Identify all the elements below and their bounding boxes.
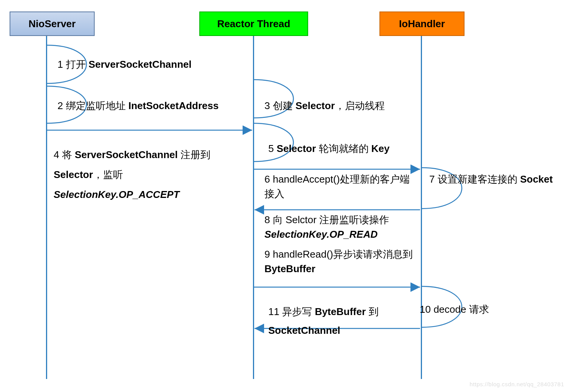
- step-10: 10 decode 请求: [420, 302, 568, 317]
- lifeline-iohandler: [421, 34, 422, 379]
- lane-iohandler: IoHandler: [379, 11, 465, 36]
- lane-nioserver: NioServer: [10, 11, 95, 36]
- step-11: 11 异步写 ByteBuffer 到 SocketChannel: [268, 302, 414, 340]
- lifeline-reactor: [253, 34, 254, 379]
- step-8: 8 向 Selctor 注册监听读操作 SelectionKey.OP_READ: [264, 213, 418, 242]
- step-1: 1 打开 ServerSocketChannel: [57, 57, 192, 72]
- step-6: 6 handleAccept()处理新的客户端接入: [264, 172, 410, 201]
- step-3: 3 创建 Selector，启动线程: [264, 99, 418, 113]
- watermark: https://blog.csdn.net/qq_28403781: [470, 381, 564, 387]
- step-2: 2 绑定监听地址 InetSocketAddress: [57, 99, 218, 113]
- lifeline-nioserver: [46, 34, 47, 379]
- step-7: 7 设置新建客连接的 Socket: [429, 172, 567, 187]
- step-4: 4 将 ServerSocketChannel 注册到 Selector，监听 …: [54, 145, 238, 204]
- lane-reactor: Reactor Thread: [199, 11, 308, 36]
- sequence-diagram: NioServer Reactor Thread IoHandler: [0, 0, 568, 392]
- step-5: 5 Selector 轮询就绪的 Key: [268, 142, 422, 156]
- step-9: 9 handleRead()异步读请求消息到 ByteBuffer: [264, 247, 418, 276]
